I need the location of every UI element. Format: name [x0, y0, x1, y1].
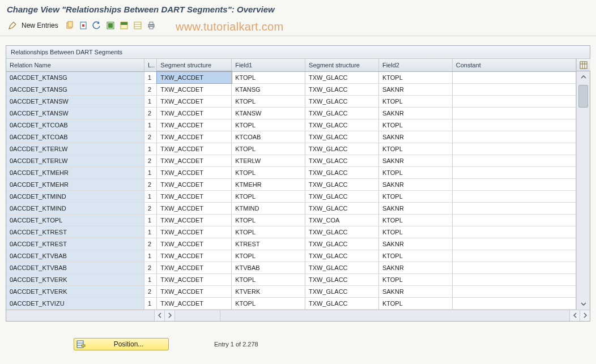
- table-row[interactable]: 0ACCDET_KTCOAB1TXW_ACCDETKTOPLTXW_GLACCK…: [6, 119, 576, 131]
- cell-relation[interactable]: 0ACCDET_KTMEHR: [6, 178, 144, 190]
- cell-l[interactable]: 1: [144, 190, 157, 202]
- cell-constant[interactable]: [452, 155, 576, 166]
- cell-constant[interactable]: [452, 178, 576, 190]
- cell-relation[interactable]: 0ACCDET_KTANSG: [6, 71, 144, 83]
- cell-f2[interactable]: KTOPL: [378, 214, 452, 226]
- cell-relation[interactable]: 0ACCDET_KTMIND: [6, 190, 144, 202]
- cell-constant[interactable]: [452, 119, 576, 131]
- cell-seg1[interactable]: TXW_ACCDET: [157, 131, 232, 143]
- cell-f1[interactable]: KTVBAB: [232, 262, 305, 273]
- cell-f1[interactable]: KTMIND: [232, 202, 305, 214]
- cell-f1[interactable]: KTOPL: [232, 119, 305, 131]
- cell-relation[interactable]: 0ACCDET_KTMIND: [6, 202, 144, 214]
- cell-seg2[interactable]: TXW_GLACC: [305, 273, 379, 285]
- cell-l[interactable]: 1: [144, 273, 157, 285]
- cell-f2[interactable]: KTOPL: [378, 71, 452, 83]
- scroll-down-button[interactable]: [577, 298, 590, 310]
- cell-l[interactable]: 1: [144, 143, 157, 155]
- cell-seg1[interactable]: TXW_ACCDET: [157, 155, 232, 166]
- cell-f2[interactable]: SAKNR: [378, 262, 452, 273]
- print-button[interactable]: [146, 20, 157, 31]
- cell-relation[interactable]: 0ACCDET_KTVIZU: [6, 297, 144, 309]
- cell-seg2[interactable]: TXW_GLACC: [305, 202, 379, 214]
- table-row[interactable]: 0ACCDET_KTOPL1TXW_ACCDETKTOPLTXW_COAKTOP…: [6, 214, 576, 226]
- cell-seg1[interactable]: TXW_ACCDET: [157, 143, 232, 155]
- table-row[interactable]: 0ACCDET_KTVERK1TXW_ACCDETKTOPLTXW_GLACCK…: [6, 273, 576, 285]
- delete-button[interactable]: [78, 20, 89, 31]
- cell-f2[interactable]: KTOPL: [378, 190, 452, 202]
- cell-seg2[interactable]: TXW_GLACC: [305, 226, 379, 238]
- cell-l[interactable]: 2: [144, 238, 157, 250]
- vertical-scrollbar[interactable]: [576, 59, 590, 310]
- cell-f1[interactable]: KTOPL: [232, 71, 305, 83]
- deselect-all-button[interactable]: [132, 20, 143, 31]
- table-row[interactable]: 0ACCDET_KTVBAB2TXW_ACCDETKTVBABTXW_GLACC…: [6, 262, 576, 273]
- table-row[interactable]: 0ACCDET_KTMEHR1TXW_ACCDETKTOPLTXW_GLACCK…: [6, 166, 576, 178]
- cell-relation[interactable]: 0ACCDET_KTERLW: [6, 143, 144, 155]
- cell-constant[interactable]: [452, 250, 576, 262]
- table-row[interactable]: 0ACCDET_KTVBAB1TXW_ACCDETKTOPLTXW_GLACCK…: [6, 250, 576, 262]
- cell-constant[interactable]: [452, 190, 576, 202]
- cell-l[interactable]: 1: [144, 119, 157, 131]
- cell-f1[interactable]: KTOPL: [232, 166, 305, 178]
- cell-seg1[interactable]: TXW_ACCDET: [157, 250, 232, 262]
- cell-seg2[interactable]: TXW_GLACC: [305, 155, 379, 166]
- cell-relation[interactable]: 0ACCDET_KTVBAB: [6, 250, 144, 262]
- cell-l[interactable]: 2: [144, 83, 157, 95]
- table-row[interactable]: 0ACCDET_KTANSG1TXW_ACCDETKTOPLTXW_GLACCK…: [6, 71, 576, 83]
- cell-seg2[interactable]: TXW_GLACC: [305, 262, 379, 273]
- cell-constant[interactable]: [452, 95, 576, 107]
- cell-f2[interactable]: KTOPL: [378, 143, 452, 155]
- cell-seg1[interactable]: TXW_ACCDET: [157, 226, 232, 238]
- cell-seg2[interactable]: TXW_GLACC: [305, 250, 379, 262]
- data-table[interactable]: Relation Name L.. Segment structure Fiel…: [6, 59, 576, 310]
- cell-relation[interactable]: 0ACCDET_KTANSG: [6, 83, 144, 95]
- cell-constant[interactable]: [452, 214, 576, 226]
- cell-seg2[interactable]: TXW_GLACC: [305, 285, 379, 297]
- cell-relation[interactable]: 0ACCDET_KTOPL: [6, 214, 144, 226]
- cell-l[interactable]: 1: [144, 166, 157, 178]
- cell-f2[interactable]: SAKNR: [378, 107, 452, 119]
- cell-seg1[interactable]: TXW_ACCDET: [157, 273, 232, 285]
- cell-seg1[interactable]: TXW_ACCDET: [157, 238, 232, 250]
- hscroll-track[interactable]: [175, 310, 220, 321]
- table-row[interactable]: 0ACCDET_KTVIZU1TXW_ACCDETKTOPLTXW_GLACCK…: [6, 297, 576, 309]
- cell-f2[interactable]: KTOPL: [378, 119, 452, 131]
- table-row[interactable]: 0ACCDET_KTANSG2TXW_ACCDETKTANSGTXW_GLACC…: [6, 83, 576, 95]
- cell-relation[interactable]: 0ACCDET_KTMEHR: [6, 166, 144, 178]
- cell-f2[interactable]: SAKNR: [378, 238, 452, 250]
- cell-f2[interactable]: KTOPL: [378, 226, 452, 238]
- cell-l[interactable]: 2: [144, 202, 157, 214]
- cell-seg2[interactable]: TXW_GLACC: [305, 297, 379, 309]
- cell-l[interactable]: 1: [144, 297, 157, 309]
- cell-constant[interactable]: [452, 83, 576, 95]
- cell-f1[interactable]: KTREST: [232, 238, 305, 250]
- cell-constant[interactable]: [452, 262, 576, 273]
- scrollbar-track[interactable]: [577, 83, 590, 298]
- cell-seg2[interactable]: TXW_GLACC: [305, 95, 379, 107]
- col-seg1[interactable]: Segment structure: [157, 59, 232, 71]
- cell-l[interactable]: 1: [144, 250, 157, 262]
- cell-f2[interactable]: SAKNR: [378, 155, 452, 166]
- cell-seg1[interactable]: TXW_ACCDET: [157, 166, 232, 178]
- table-row[interactable]: 0ACCDET_KTCOAB2TXW_ACCDETKTCOABTXW_GLACC…: [6, 131, 576, 143]
- hscroll-left-button-2[interactable]: [569, 310, 580, 321]
- position-button[interactable]: Position...: [74, 338, 169, 350]
- cell-f1[interactable]: KTOPL: [232, 190, 305, 202]
- cell-constant[interactable]: [452, 273, 576, 285]
- hscroll-left-button[interactable]: [155, 310, 165, 321]
- cell-f2[interactable]: KTOPL: [378, 297, 452, 309]
- cell-constant[interactable]: [452, 107, 576, 119]
- cell-seg1[interactable]: TXW_ACCDET: [157, 119, 232, 131]
- cell-seg2[interactable]: TXW_GLACC: [305, 190, 379, 202]
- cell-seg2[interactable]: TXW_GLACC: [305, 107, 379, 119]
- cell-seg1[interactable]: TXW_ACCDET: [157, 285, 232, 297]
- new-entries-button[interactable]: New Entries: [20, 20, 62, 31]
- col-f1[interactable]: Field1: [232, 59, 305, 71]
- cell-seg1[interactable]: TXW_ACCDET: [157, 190, 232, 202]
- cell-l[interactable]: 1: [144, 214, 157, 226]
- cell-relation[interactable]: 0ACCDET_KTANSW: [6, 107, 144, 119]
- cell-l[interactable]: 2: [144, 131, 157, 143]
- cell-l[interactable]: 1: [144, 95, 157, 107]
- cell-constant[interactable]: [452, 238, 576, 250]
